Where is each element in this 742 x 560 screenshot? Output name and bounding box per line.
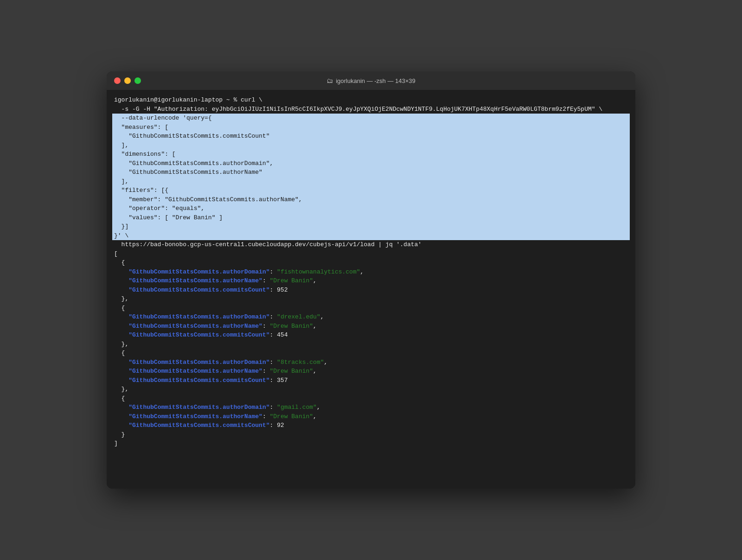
- obj3-open: {: [114, 349, 628, 358]
- close-button[interactable]: [114, 77, 121, 84]
- obj2-open: {: [114, 304, 628, 313]
- obj2-count: "GithubCommitStatsCommits.commitsCount":…: [114, 331, 628, 340]
- output-bracket-close: ]: [114, 439, 628, 448]
- hl-line-11: "operator": "equals",: [114, 204, 628, 213]
- obj2-name: "GithubCommitStatsCommits.authorName": "…: [114, 322, 628, 331]
- obj1-domain: "GithubCommitStatsCommits.authorDomain":…: [114, 267, 628, 277]
- obj2-domain: "GithubCommitStatsCommits.authorDomain":…: [114, 312, 628, 322]
- hl-line-8: ],: [114, 177, 628, 186]
- hl-line-14: }' \: [114, 231, 628, 241]
- obj4-name: "GithubCommitStatsCommits.authorName": "…: [114, 412, 628, 421]
- hl-line-10: "member": "GithubCommitStatsCommits.auth…: [114, 195, 628, 204]
- obj4-open: {: [114, 394, 628, 403]
- obj3-count: "GithubCommitStatsCommits.commitsCount":…: [114, 376, 628, 385]
- hl-line-5: "dimensions": [: [114, 150, 628, 159]
- minimize-button[interactable]: [124, 77, 131, 84]
- window-title: 🗂 igorlukanin — -zsh — 143×39: [326, 77, 416, 84]
- obj2-close: },: [114, 340, 628, 349]
- title-text: igorlukanin — -zsh — 143×39: [336, 77, 416, 84]
- hl-line-12: "values": [ "Drew Banin" ]: [114, 213, 628, 223]
- obj4-count: "GithubCommitStatsCommits.commitsCount":…: [114, 421, 628, 430]
- curl-args-line: -s -G -H "Authorization: eyJhbGciOiJIUzI…: [114, 105, 628, 114]
- obj1-count: "GithubCommitStatsCommits.commitsCount":…: [114, 286, 628, 295]
- maximize-button[interactable]: [134, 77, 141, 84]
- hl-line-1: --data-urlencode 'query={: [114, 114, 628, 123]
- hl-line-9: "filters": [{: [114, 186, 628, 195]
- hl-line-6: "GithubCommitStatsCommits.authorDomain",: [114, 159, 628, 168]
- obj1-name: "GithubCommitStatsCommits.authorName": "…: [114, 276, 628, 286]
- obj3-domain: "GithubCommitStatsCommits.authorDomain":…: [114, 358, 628, 367]
- terminal-window: 🗂 igorlukanin — -zsh — 143×39 igorlukani…: [107, 71, 635, 489]
- obj3-name: "GithubCommitStatsCommits.authorName": "…: [114, 367, 628, 376]
- traffic-lights: [114, 77, 141, 84]
- prompt-line: igorlukanin@igorlukanin-laptop ~ % curl …: [114, 95, 628, 105]
- terminal-body[interactable]: igorlukanin@igorlukanin-laptop ~ % curl …: [107, 90, 635, 489]
- url-line: https://bad-bonobo.gcp-us-central1.cubec…: [114, 240, 628, 249]
- highlighted-selection: --data-urlencode 'query={ "measures": [ …: [112, 114, 630, 240]
- hl-line-2: "measures": [: [114, 123, 628, 132]
- titlebar: 🗂 igorlukanin — -zsh — 143×39: [107, 71, 635, 90]
- obj4-domain: "GithubCommitStatsCommits.authorDomain":…: [114, 403, 628, 412]
- hl-line-13: }]: [114, 222, 628, 231]
- obj1-open: {: [114, 258, 628, 267]
- hl-line-3: "GithubCommitStatsCommits.commitsCount": [114, 132, 628, 141]
- terminal-icon: 🗂: [326, 77, 333, 84]
- obj4-close: }: [114, 430, 628, 439]
- obj3-close: },: [114, 385, 628, 394]
- output-bracket-open: [: [114, 249, 628, 259]
- obj1-close: },: [114, 294, 628, 304]
- hl-line-7: "GithubCommitStatsCommits.authorName": [114, 168, 628, 177]
- hl-line-4: ],: [114, 141, 628, 150]
